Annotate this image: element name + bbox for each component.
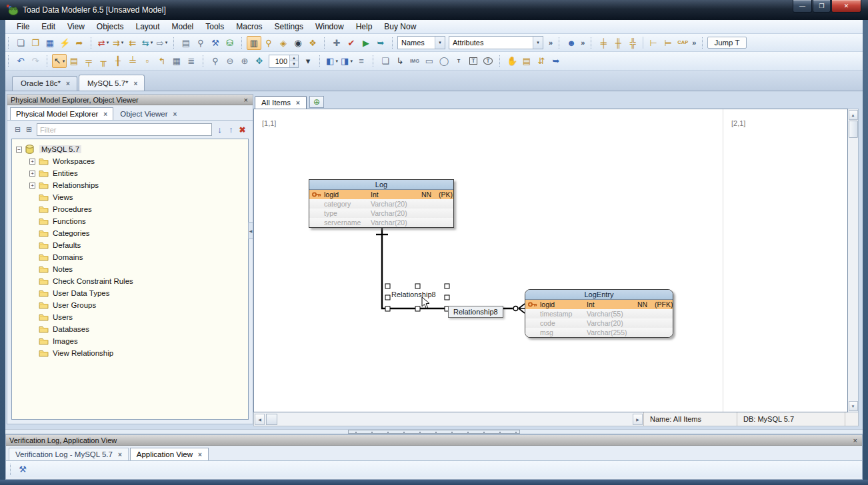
menu-edit[interactable]: Edit (35, 21, 61, 33)
menu-settings[interactable]: Settings (269, 21, 309, 33)
display-level-icon[interactable]: ≡ (354, 54, 369, 68)
clear-filter-icon[interactable]: ✖ (237, 124, 248, 135)
convert-model-icon[interactable]: ⇇ (125, 36, 140, 50)
tree-item-categories[interactable]: Categories (16, 227, 248, 239)
redo-icon[interactable]: ↷ (28, 54, 43, 68)
horizontal-scroll-thumb[interactable] (266, 414, 277, 425)
search-icon[interactable]: ◉ (291, 36, 305, 50)
close-icon[interactable]: × (66, 80, 70, 87)
spin-down-icon[interactable]: ▼ (290, 61, 298, 67)
jump-to-button[interactable]: Jump T (707, 37, 746, 49)
model-tab-mysql-5-7[interactable]: MySQL 5.7*× (79, 75, 145, 91)
new-model-icon[interactable]: ❏ (13, 36, 28, 50)
tree-item-procedures[interactable]: Procedures (16, 203, 248, 215)
menu-window[interactable]: Window (309, 21, 350, 33)
tree-item-user-data-types[interactable]: User Data Types (16, 287, 248, 299)
compare-models-icon[interactable]: ⇆▾ (140, 36, 155, 50)
layout-tree-icon[interactable]: ╪ (596, 36, 611, 50)
generate-code-icon[interactable]: ⇨▾ (155, 36, 169, 50)
export-model-icon[interactable]: ➦ (72, 36, 87, 50)
add-text-ellipse-icon[interactable]: T (481, 54, 495, 68)
run-macro-icon[interactable]: ▶ (359, 36, 373, 50)
add-identifying-relationship-icon[interactable]: ╤ (81, 54, 96, 68)
chevron-down-icon[interactable]: ▾ (165, 40, 168, 45)
select-region-icon[interactable]: ▫ (140, 54, 155, 68)
tree-item-workspaces[interactable]: +Workspaces (16, 155, 248, 167)
scroll-right-button[interactable]: ▶ (633, 414, 643, 425)
tree-item-domains[interactable]: Domains (16, 251, 248, 263)
menu-layout[interactable]: Layout (130, 21, 166, 33)
select-pointer-icon[interactable]: ↖▾ (52, 54, 67, 68)
filter-input[interactable] (37, 123, 212, 136)
tree-item-entities[interactable]: +Entities (16, 167, 248, 179)
close-icon[interactable]: × (296, 99, 300, 107)
open-model-icon[interactable]: ❐ (28, 36, 43, 50)
new-workspace-icon[interactable]: ✚ (329, 36, 344, 50)
expand-icon[interactable]: + (29, 183, 35, 189)
attributes-combo[interactable]: Attributes▾ (449, 36, 543, 49)
add-workspace-tab-button[interactable]: ⊕ (309, 96, 324, 108)
add-text-icon[interactable]: T (451, 54, 466, 68)
close-icon[interactable]: × (198, 451, 202, 458)
close-icon[interactable]: × (103, 111, 107, 118)
collapse-expander-icon[interactable]: − (16, 147, 22, 153)
chevron-down-icon[interactable]: ▾ (63, 59, 65, 64)
tree-item-view-relationship[interactable]: View Relationship (16, 347, 248, 359)
add-entity-icon[interactable]: ▤ (67, 54, 81, 68)
add-mn-relationship-icon[interactable]: ╧ (125, 54, 140, 68)
print-icon[interactable]: ▤ (179, 36, 193, 50)
minimize-button[interactable]: — (793, 0, 812, 13)
menu-help[interactable]: Help (350, 21, 379, 33)
expand-icon[interactable]: + (29, 159, 35, 165)
chevron-down-icon[interactable]: ▾ (335, 59, 338, 64)
spin-up-icon[interactable]: ▲ (290, 55, 298, 62)
workspace-format-icon[interactable]: ◧▾ (325, 54, 339, 68)
scroll-left-button[interactable]: ◀ (255, 414, 265, 425)
user-permissions-icon[interactable]: ☻ (564, 36, 579, 50)
zoom-presets-icon[interactable]: ▾ (301, 54, 315, 68)
toolbar-overflow-icon[interactable]: » (581, 39, 585, 47)
sql-preview-icon[interactable]: ⚲ (261, 36, 276, 50)
chevron-down-icon[interactable]: ▾ (151, 40, 153, 45)
add-self-relationship-icon[interactable]: ╂ (111, 54, 125, 68)
synchronize-model-icon[interactable]: ⇄▾ (96, 36, 111, 50)
update-model-icon[interactable]: ⇉▾ (111, 36, 125, 50)
verify-model-icon[interactable]: ✔ (344, 36, 359, 50)
print-preview-icon[interactable]: ⚲ (193, 36, 208, 50)
menu-objects[interactable]: Objects (91, 21, 130, 33)
zoom-tool-icon[interactable]: ⚲ (208, 54, 223, 68)
toolbar-overflow-icon[interactable]: » (549, 39, 553, 47)
menu-view[interactable]: View (61, 21, 91, 33)
maximize-button[interactable]: ❐ (813, 0, 831, 13)
add-line-icon[interactable]: ↳ (393, 54, 407, 68)
relationship-name-label[interactable]: Relationship8 (391, 290, 446, 298)
find-previous-icon[interactable]: ↑ (225, 124, 237, 135)
format-painter-icon[interactable]: ◨▾ (339, 54, 354, 68)
auto-arrange-icon[interactable]: ⇵ (534, 54, 549, 68)
connections-icon[interactable]: ⚡ (57, 36, 72, 50)
chevron-down-icon[interactable]: ▾ (533, 37, 543, 49)
pan-hand-icon[interactable]: ✋ (505, 54, 519, 68)
tab-physical-model-explorer[interactable]: Physical Model Explorer× (10, 107, 113, 120)
tab-application-view[interactable]: Application View× (130, 448, 209, 460)
toolbar-overflow-icon[interactable]: » (692, 39, 696, 47)
zoom-level-spinner[interactable]: 100▲▼ (269, 55, 299, 68)
diagram-canvas[interactable]: [1,1] [2,1] (253, 109, 848, 412)
add-ellipse-icon[interactable]: ◯ (437, 54, 451, 68)
customize-tools-icon[interactable]: ⚒ (208, 36, 223, 50)
panel-collapse-handle[interactable]: ◀ (248, 222, 253, 239)
close-icon[interactable]: × (852, 436, 859, 444)
buy-now-cart-icon[interactable]: ⛁ (223, 36, 237, 50)
add-non-identifying-relationship-icon[interactable]: ╥ (96, 54, 111, 68)
undo-icon[interactable]: ↶ (13, 54, 28, 68)
tab-object-viewer[interactable]: Object Viewer× (114, 107, 183, 120)
layout-org-icon[interactable]: ╫ (611, 36, 625, 50)
zoom-fit-icon[interactable]: ✥ (252, 54, 267, 68)
dictionary-types-icon[interactable]: ▦ (169, 54, 184, 68)
horizontal-splitter[interactable] (5, 429, 863, 434)
model-report-icon[interactable]: ▥ (247, 36, 261, 50)
zoom-in-icon[interactable]: ⊕ (237, 54, 252, 68)
find-object-icon[interactable]: ◈ (276, 36, 291, 50)
reparent-icon[interactable]: ↰ (155, 54, 169, 68)
verification-tools-icon[interactable]: ⚒ (15, 462, 30, 476)
